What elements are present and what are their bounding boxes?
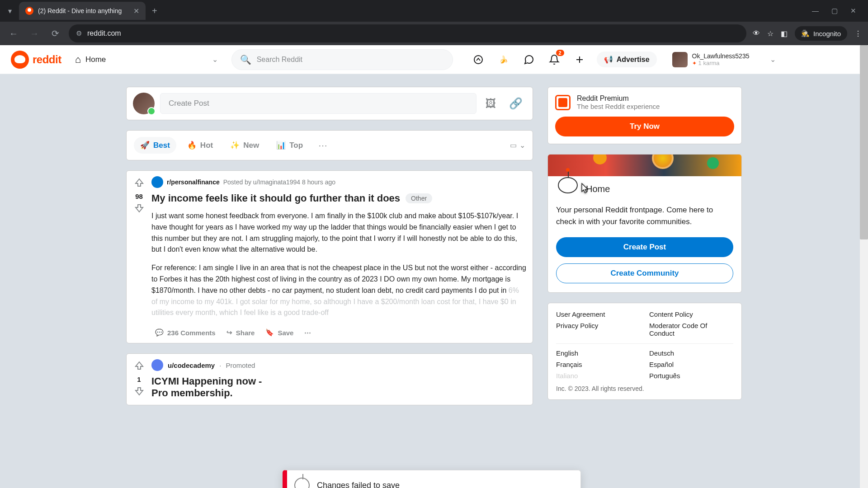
home-card: Home Your personal Reddit frontpage. Com… xyxy=(547,154,742,293)
chat-icon[interactable] xyxy=(521,52,537,68)
incognito-label: Incognito xyxy=(813,30,841,38)
chevron-down-icon: ⌄ xyxy=(519,141,525,150)
comments-button[interactable]: 💬236 Comments xyxy=(151,326,219,339)
sort-new[interactable]: ✨New xyxy=(224,137,265,154)
minimize-icon[interactable]: ― xyxy=(812,7,819,15)
address-bar[interactable]: ⚙ reddit.com xyxy=(69,24,746,42)
create-community-button[interactable]: Create Community xyxy=(556,263,733,283)
sort-bar: 🚀Best 🔥Hot ✨New 📊Top ⋯ ▭⌄ xyxy=(126,130,533,160)
error-toast: Changes failed to save xyxy=(283,470,581,488)
sort-best[interactable]: 🚀Best xyxy=(134,137,176,154)
window-controls: ― ▢ ✕ xyxy=(812,7,864,15)
browser-menu-icon[interactable]: ⋮ xyxy=(854,29,862,38)
footer-link-content-policy[interactable]: Content Policy xyxy=(649,310,733,318)
post-card-promoted[interactable]: 1 u/codecademy · Promoted ICYMI Happenin… xyxy=(126,353,533,405)
post-card[interactable]: 98 r/personalfinance Posted by u/Imagina… xyxy=(126,170,533,343)
save-button[interactable]: 🔖Save xyxy=(262,326,297,339)
upvote-button[interactable] xyxy=(134,177,145,190)
lang-deutsch[interactable]: Deutsch xyxy=(649,349,733,357)
side-panel-icon[interactable]: ◧ xyxy=(781,29,788,38)
close-window-icon[interactable]: ✕ xyxy=(850,7,856,15)
snoo-mascot xyxy=(556,170,580,197)
advertise-label: Advertise xyxy=(617,56,650,64)
premium-title: Reddit Premium xyxy=(577,94,660,103)
create-icon[interactable] xyxy=(571,52,588,68)
notification-badge: 2 xyxy=(556,50,564,56)
comment-icon: 💬 xyxy=(155,328,164,337)
user-avatar xyxy=(672,52,688,67)
view-mode-toggle[interactable]: ▭⌄ xyxy=(510,141,525,150)
site-settings-icon[interactable]: ⚙ xyxy=(76,29,82,38)
popular-icon[interactable] xyxy=(470,52,486,68)
fire-icon: 🔥 xyxy=(187,141,197,150)
karma-icon: ✦ xyxy=(692,60,697,66)
lang-english[interactable]: English xyxy=(556,349,640,357)
premium-card: Reddit Premium The best Reddit experienc… xyxy=(547,87,742,144)
more-actions-icon[interactable]: ⋯ xyxy=(301,326,315,339)
premium-subtitle: The best Reddit experience xyxy=(577,103,660,110)
lang-portugues[interactable]: Português xyxy=(649,372,733,380)
incognito-badge[interactable]: 🕵 Incognito xyxy=(795,26,847,41)
lang-francais[interactable]: Français xyxy=(556,361,640,368)
sort-hot[interactable]: 🔥Hot xyxy=(181,137,219,154)
tab-title: (2) Reddit - Dive into anything xyxy=(38,7,129,14)
lang-italiano[interactable]: Italiano xyxy=(556,372,640,380)
close-tab-icon[interactable]: ✕ xyxy=(133,7,139,15)
promoter-avatar[interactable] xyxy=(151,359,163,371)
browser-tab[interactable]: (2) Reddit - Dive into anything ✕ xyxy=(19,2,146,20)
reddit-logo-text: reddit xyxy=(33,53,61,66)
url-text: reddit.com xyxy=(87,29,121,38)
downvote-button[interactable] xyxy=(134,203,145,216)
premium-shield-icon xyxy=(555,95,571,110)
forward-button[interactable]: → xyxy=(27,26,42,41)
footer-link-mod-code[interactable]: Moderator Code Of Conduct xyxy=(649,322,733,337)
image-post-icon[interactable]: 🖼 xyxy=(482,97,500,110)
footer-link-privacy[interactable]: Privacy Policy xyxy=(556,322,640,337)
more-sort-icon[interactable]: ⋯ xyxy=(314,140,332,151)
notifications-icon[interactable]: 2 xyxy=(546,52,562,68)
reddit-logo-icon xyxy=(11,51,29,69)
reddit-logo[interactable]: reddit xyxy=(11,51,61,69)
coins-icon[interactable]: 🍌 xyxy=(495,52,512,68)
vote-count: 1 xyxy=(137,375,141,383)
reddit-page: reddit ⌂ Home ⌄ 🔍 🍌 2 📢 Advertise xyxy=(0,45,868,488)
link-post-icon[interactable]: 🔗 xyxy=(505,97,526,110)
post-flair[interactable]: Other xyxy=(406,193,432,203)
create-post-button[interactable]: Create Post xyxy=(556,237,733,257)
try-now-button[interactable]: Try Now xyxy=(555,117,734,136)
upvote-button[interactable] xyxy=(134,360,145,373)
advertise-button[interactable]: 📢 Advertise xyxy=(597,52,657,67)
new-tab-button[interactable]: + xyxy=(152,6,157,16)
home-card-desc: Your personal Reddit frontpage. Come her… xyxy=(556,204,733,227)
post-text: I just want some honest feedback from ev… xyxy=(151,211,526,319)
footer-card: User Agreement Content Policy Privacy Po… xyxy=(547,303,742,400)
reload-button[interactable]: ⟳ xyxy=(48,26,62,41)
promoter-link[interactable]: u/codecademy xyxy=(168,361,215,369)
copyright: Inc. © 2023. All rights reserved. xyxy=(556,385,733,392)
sort-top[interactable]: 📊Top xyxy=(270,137,309,154)
subreddit-icon[interactable] xyxy=(151,176,163,188)
eye-off-icon[interactable]: 👁 xyxy=(753,29,760,38)
home-card-title: Home xyxy=(586,184,610,197)
footer-link-user-agreement[interactable]: User Agreement xyxy=(556,310,640,318)
maximize-icon[interactable]: ▢ xyxy=(831,7,838,15)
bookmark-icon[interactable]: ☆ xyxy=(767,29,774,38)
chevron-down-icon: ⌄ xyxy=(770,55,776,64)
share-button[interactable]: ↪Share xyxy=(223,326,259,339)
feed-dropdown[interactable]: ⌂ Home ⌄ xyxy=(70,51,223,68)
scrollbar-track[interactable] xyxy=(860,45,868,488)
lang-espanol[interactable]: Español xyxy=(649,361,733,368)
post-title[interactable]: My income feels like it should go furthe… xyxy=(151,192,400,204)
create-post-input[interactable]: Create Post xyxy=(160,93,476,114)
scrollbar-thumb[interactable] xyxy=(860,45,868,239)
user-menu[interactable]: Ok_Lawfulness5235 ✦1 karma ⌄ xyxy=(668,50,781,69)
tab-list-dropdown[interactable]: ▾ xyxy=(4,5,16,17)
search-input[interactable] xyxy=(257,56,444,64)
home-icon: ⌂ xyxy=(75,54,81,66)
user-avatar-small[interactable] xyxy=(133,93,155,114)
downvote-button[interactable] xyxy=(134,386,145,399)
search-bar[interactable]: 🔍 xyxy=(231,49,453,70)
back-button[interactable]: ← xyxy=(6,26,21,41)
rocket-icon: 🚀 xyxy=(140,141,150,150)
subreddit-link[interactable]: r/personalfinance xyxy=(167,178,220,186)
